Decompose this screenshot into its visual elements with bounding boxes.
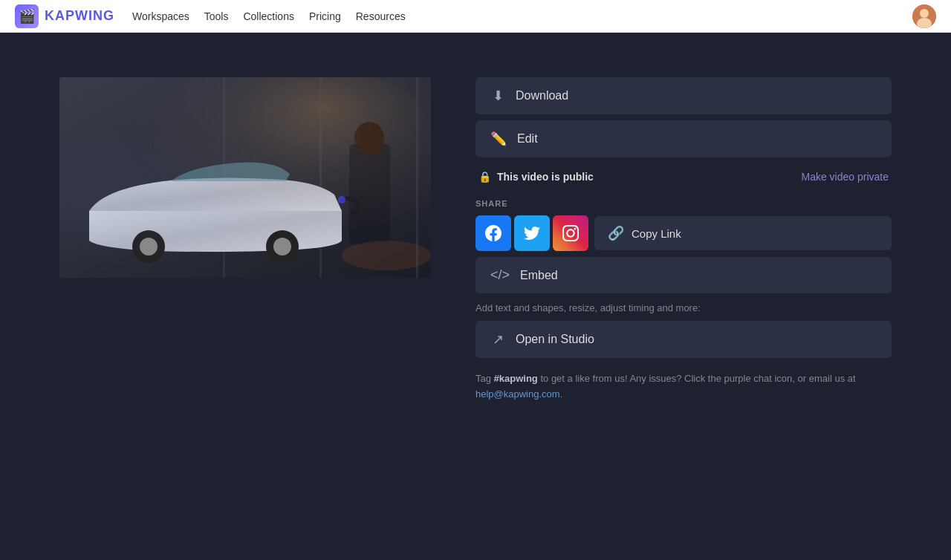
help-email-link[interactable]: help@kapwing.com	[476, 388, 560, 400]
download-icon: ⬇	[490, 88, 505, 104]
video-thumbnail	[59, 77, 431, 278]
nav-item-pricing[interactable]: Pricing	[309, 10, 341, 23]
main-content: ⬇ Download ✏️ Edit 🔒 This video is publi…	[0, 33, 951, 447]
nav-link-workspaces[interactable]: Workspaces	[132, 10, 189, 22]
tag-end: .	[560, 388, 563, 400]
nav-link-tools[interactable]: Tools	[204, 10, 229, 22]
tag-pre: Tag	[476, 373, 494, 384]
copy-link-label: Copy Link	[632, 227, 681, 240]
navbar-left: 🎬 KAPWING Workspaces Tools Collections P…	[15, 4, 406, 28]
nav-links: Workspaces Tools Collections Pricing Res…	[132, 10, 406, 23]
open-studio-label: Open in Studio	[516, 333, 594, 346]
chain-icon: 🔗	[608, 225, 624, 241]
nav-link-collections[interactable]: Collections	[243, 10, 293, 22]
make-private-link[interactable]: Make video private	[801, 171, 889, 183]
tag-mid: to get a like from us! Any issues? Click…	[538, 373, 856, 384]
video-scene	[59, 77, 431, 278]
open-studio-button[interactable]: ↗ Open in Studio	[476, 321, 892, 358]
share-label: SHARE	[476, 196, 892, 209]
facebook-icon	[485, 225, 502, 241]
nav-item-collections[interactable]: Collections	[243, 10, 293, 23]
privacy-status: This video is public	[497, 171, 594, 183]
instagram-share-button[interactable]	[553, 215, 588, 251]
nav-item-workspaces[interactable]: Workspaces	[132, 10, 189, 23]
navbar: 🎬 KAPWING Workspaces Tools Collections P…	[0, 0, 951, 33]
privacy-row: 🔒 This video is public Make video privat…	[476, 163, 892, 190]
nav-item-resources[interactable]: Resources	[356, 10, 406, 23]
privacy-left: 🔒 This video is public	[478, 171, 594, 183]
download-label: Download	[516, 89, 568, 102]
tag-hashtag: #kapwing	[494, 373, 538, 384]
nav-link-resources[interactable]: Resources	[356, 10, 406, 22]
edit-button[interactable]: ✏️ Edit	[476, 120, 892, 157]
embed-icon: </>	[490, 267, 510, 283]
embed-label: Embed	[520, 269, 558, 282]
twitter-share-button[interactable]	[514, 215, 550, 251]
nav-link-pricing[interactable]: Pricing	[309, 10, 341, 22]
avatar[interactable]	[912, 4, 936, 28]
lock-icon: 🔒	[478, 171, 491, 183]
download-button[interactable]: ⬇ Download	[476, 77, 892, 114]
logo-icon: 🎬	[15, 4, 39, 28]
twitter-icon	[524, 225, 540, 241]
nav-item-tools[interactable]: Tools	[204, 10, 229, 23]
copy-link-button[interactable]: 🔗 Copy Link	[594, 216, 892, 250]
studio-description: Add text and shapes, resize, adjust timi…	[476, 299, 892, 315]
facebook-share-button[interactable]	[476, 215, 511, 251]
instagram-icon	[562, 225, 579, 241]
svg-point-1	[920, 9, 929, 18]
tag-text: Tag #kapwing to get a like from us! Any …	[476, 364, 892, 403]
embed-button[interactable]: </> Embed	[476, 257, 892, 293]
logo[interactable]: 🎬 KAPWING	[15, 4, 114, 28]
share-row: 🔗 Copy Link	[476, 215, 892, 251]
edit-icon: ✏️	[490, 131, 507, 147]
video-container	[59, 77, 431, 278]
external-link-icon: ↗	[490, 331, 505, 348]
edit-label: Edit	[517, 132, 538, 146]
logo-text: KAPWING	[45, 8, 114, 24]
right-panel: ⬇ Download ✏️ Edit 🔒 This video is publi…	[476, 77, 892, 403]
